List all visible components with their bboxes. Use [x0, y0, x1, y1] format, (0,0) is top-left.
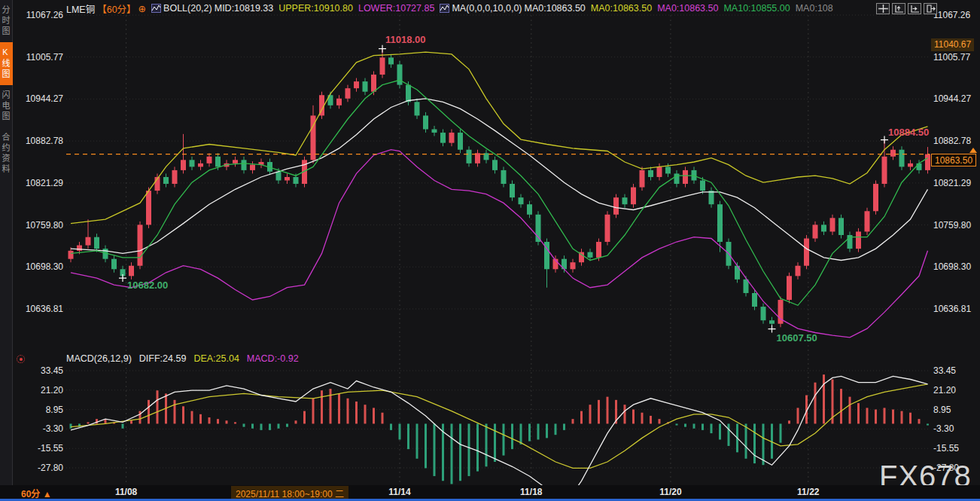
svg-text:10884.50: 10884.50: [888, 127, 929, 138]
trading-terminal-window: 分时图 K线图 闪电图 合约资料 LME铜 【60分】 ⊕ BOLL(20,2)…: [0, 0, 980, 501]
price-tick-label: 10759.80: [15, 220, 63, 231]
ma0-magenta-value: MA0:10863.50: [657, 3, 718, 14]
svg-text:10682.00: 10682.00: [127, 280, 168, 291]
price-tick-label: -15.55: [15, 443, 63, 454]
date-tick-label: 11/20: [654, 487, 687, 497]
period-selector[interactable]: 60分 ▲: [21, 487, 52, 499]
zoom-out-axis-icon[interactable]: [908, 3, 921, 14]
last-price-arrow-icon: [969, 148, 977, 153]
sidebar-item-time-chart[interactable]: 分时图: [0, 0, 13, 42]
pan-crosshair-icon[interactable]: [876, 3, 890, 14]
exit-fullscreen-icon[interactable]: [924, 3, 937, 14]
price-tick-label: 10636.81: [15, 304, 63, 314]
zoom-in-axis-icon[interactable]: [892, 3, 905, 14]
ma0-white-value: MA0:10863.50: [525, 3, 586, 14]
price-tick-label: -3.30: [15, 423, 63, 434]
price-tick-label: 21.20: [15, 385, 63, 396]
chart-canvas[interactable]: 10682.0011018.0010607.5010884.50: [66, 0, 980, 499]
time-axis-bar: 60分 ▲ 11/0811/1411/1811/2011/22 2025/11/…: [0, 485, 980, 499]
chart-mode-sidebar: 分时图 K线图 闪电图 合约资料: [0, 0, 13, 499]
ma-indicator-icon[interactable]: [440, 4, 449, 13]
macd-diff-value: DIFF:24.59: [139, 353, 187, 364]
svg-text:11018.00: 11018.00: [385, 34, 426, 45]
date-tick-label: 11/14: [383, 487, 416, 497]
price-tick-label: 33.45: [15, 365, 63, 376]
boll-label: BOLL(20,2): [163, 3, 212, 14]
boll-lower-value: LOWER:10727.85: [358, 3, 434, 14]
macd-label: MACD(26,12,9): [66, 353, 132, 364]
macd-header: MACD(26,12,9) DIFF:24.59 DEA:25.04 MACD:…: [66, 353, 299, 364]
price-tick-label: 10698.30: [15, 261, 63, 272]
sidebar-item-kline-chart[interactable]: K线图: [0, 42, 13, 85]
compare-icon[interactable]: ⊕: [138, 3, 146, 14]
price-tick-label: 10821.29: [15, 178, 63, 188]
date-tick-label: 11/08: [110, 487, 143, 497]
svg-text:10607.50: 10607.50: [777, 332, 817, 344]
period-dropdown-arrow-icon: ▲: [43, 489, 52, 499]
price-tick-label: 10944.27: [15, 93, 63, 104]
period-label[interactable]: 【60分】: [97, 2, 135, 16]
session-high-badge: 11040.67: [931, 38, 974, 51]
price-tick-label: -27.80: [15, 463, 63, 473]
ma0-yellow-value: MA0:10863.50: [591, 3, 652, 14]
macd-hist-value: MACD:-0.92: [247, 353, 299, 364]
ma-params-label: MA(0,0,0,10,0,0): [452, 3, 522, 14]
date-tick-label: 11/18: [515, 487, 548, 497]
ma0-gray-value: MA0:108: [796, 3, 833, 14]
sidebar-item-lightning-chart[interactable]: 闪电图: [0, 85, 13, 127]
sidebar-item-contract-info[interactable]: 合约资料: [0, 127, 13, 180]
price-tick-label: 8.95: [15, 405, 63, 415]
chart-toolbar: [876, 3, 937, 14]
macd-settings-icon[interactable]: [17, 355, 25, 363]
macd-dea-value: DEA:25.04: [193, 353, 239, 364]
ma10-green-value: MA10:10855.00: [723, 3, 790, 14]
date-tick-label: 11/22: [792, 487, 825, 497]
price-tick-label: 11067.26: [15, 10, 63, 20]
symbol-name: LME铜: [66, 2, 95, 16]
price-tick-label: 10882.78: [15, 136, 63, 146]
last-price-badge: 10863.50: [931, 154, 976, 166]
boll-mid-value: MID:10819.33: [215, 3, 274, 14]
boll-upper-value: UPPER:10910.80: [278, 3, 353, 14]
price-tick-label: 11005.77: [15, 52, 63, 63]
boll-indicator-icon[interactable]: [151, 4, 161, 13]
indicator-header: LME铜 【60分】 ⊕ BOLL(20,2) MID:10819.33 UPP…: [66, 2, 833, 14]
